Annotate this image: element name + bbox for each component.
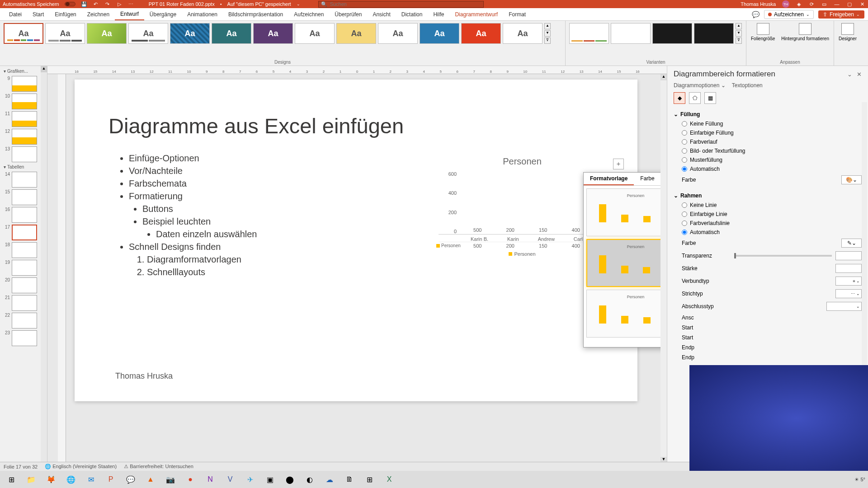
search-input[interactable] <box>330 1 481 7</box>
section-grafiken[interactable]: ▾Grafiken... <box>1 67 46 75</box>
tab-entwurf[interactable]: Entwurf <box>115 8 144 20</box>
embedded-chart[interactable]: Personen 600 400 200 0 500 200 150 400 K… <box>439 156 606 260</box>
tab-aufzeichnen[interactable]: Aufzeichnen <box>288 8 329 20</box>
theme-thumb[interactable]: Aa <box>45 23 85 44</box>
theme-thumb[interactable]: Aa <box>253 23 293 44</box>
border-color-picker[interactable]: ✎⌄ <box>841 239 862 248</box>
file-explorer-icon[interactable]: 📁 <box>23 472 40 487</box>
theme-thumb[interactable]: Aa <box>420 23 459 44</box>
theme-thumb[interactable]: Aa <box>378 23 418 44</box>
slide-thumb[interactable]: 20 <box>1 277 46 294</box>
theme-gallery[interactable]: Aa Aa Aa Aa Aa Aa Aa Aa Aa Aa Aa Aa Aa ▲… <box>0 21 565 46</box>
telegram-icon[interactable]: ✈ <box>241 472 259 487</box>
dash-combo[interactable]: ⋯ ⌄ <box>835 289 862 298</box>
slide-thumb[interactable]: 9 <box>1 75 46 93</box>
more-qat-icon[interactable]: ⋯ <box>128 1 134 7</box>
tab-dictation[interactable]: Dictation <box>396 8 428 20</box>
tab-animationen[interactable]: Animationen <box>182 8 223 20</box>
tab-start[interactable]: Start <box>27 8 49 20</box>
fill-picture-radio[interactable] <box>682 148 687 154</box>
slide-thumb[interactable]: 10 <box>1 93 46 110</box>
theme-thumb[interactable]: Aa <box>503 23 542 44</box>
gallery-down-icon[interactable]: ▼ <box>544 30 551 37</box>
slide-title[interactable]: Diagramme aus Excel einfügen <box>108 113 404 138</box>
record-button[interactable]: Aufzeichnen⌄ <box>764 10 814 19</box>
minimize-icon[interactable]: — <box>834 1 840 7</box>
tab-ansicht[interactable]: Ansicht <box>367 8 396 20</box>
theme-thumb[interactable]: Aa <box>461 23 501 44</box>
chart-style-option[interactable]: Personen <box>586 290 667 338</box>
slide-thumb[interactable]: 19 <box>1 259 46 277</box>
border-section-header[interactable]: ⌄Rahmen <box>674 191 862 201</box>
slide-thumb[interactable]: 15 <box>1 188 46 206</box>
theme-thumb[interactable]: Aa <box>87 23 127 44</box>
fill-line-tab-icon[interactable]: ◆ <box>674 92 685 104</box>
powerpoint-icon[interactable]: P <box>102 472 119 487</box>
close-icon[interactable]: ✕ <box>859 1 865 7</box>
sync-icon[interactable]: ⟳ <box>808 1 815 7</box>
size-tab-icon[interactable]: ▦ <box>704 92 716 104</box>
theme-thumb[interactable]: Aa <box>336 23 376 44</box>
popup-tab-style[interactable]: Formatvorlage <box>584 173 634 185</box>
cap-combo[interactable]: ⌄ <box>826 302 862 311</box>
ribbon-mode-icon[interactable]: ▭ <box>821 1 827 7</box>
slide-thumb[interactable]: 18 <box>1 241 46 259</box>
border-solid-radio[interactable] <box>682 211 687 217</box>
fill-none-radio[interactable] <box>682 121 687 127</box>
slide-page[interactable]: Diagramme aus Excel einfügen Einfüge-Opt… <box>75 80 637 401</box>
outlook-icon[interactable]: ✉ <box>82 472 99 487</box>
visio-icon[interactable]: V <box>222 472 239 487</box>
tab-einfuegen[interactable]: Einfügen <box>49 8 81 20</box>
undo-icon[interactable]: ↶ <box>93 1 99 7</box>
thumb-scrollbar[interactable]: ▲ ▼ <box>41 66 47 470</box>
tab-uebergaenge[interactable]: Übergänge <box>144 8 182 20</box>
variant-thumb[interactable] <box>569 23 609 44</box>
variant-thumb[interactable] <box>652 23 692 44</box>
search-box[interactable]: 🔍 <box>318 1 484 8</box>
border-gradient-radio[interactable] <box>682 221 687 226</box>
section-tabellen[interactable]: ▾Tabellen <box>1 163 46 171</box>
popup-tab-color[interactable]: Farbe <box>634 173 660 185</box>
maximize-icon[interactable]: ▢ <box>846 1 853 7</box>
app-icon[interactable]: ● <box>182 472 199 487</box>
slide-thumb[interactable]: 14 <box>1 171 46 188</box>
diagram-options-tab[interactable]: Diagrammoptionen ⌄ <box>674 82 726 89</box>
variant-down-icon[interactable]: ▼ <box>736 30 742 37</box>
app-icon[interactable]: ▣ <box>261 472 278 487</box>
chrome-icon[interactable]: 🌐 <box>62 472 80 487</box>
border-none-radio[interactable] <box>682 202 687 208</box>
excel-icon[interactable]: X <box>381 472 398 487</box>
pane-options-icon[interactable]: ⌄ <box>847 71 852 78</box>
diamond-icon[interactable]: ◈ <box>796 1 802 7</box>
theme-thumb[interactable]: Aa <box>170 23 210 44</box>
accessibility-label[interactable]: ⚠ Barrierefreiheit: Untersuchen <box>124 464 193 469</box>
variant-thumb[interactable] <box>694 23 734 44</box>
onenote-icon[interactable]: N <box>202 472 219 487</box>
slide-thumb[interactable]: 13 <box>1 145 46 163</box>
gallery-more-icon[interactable]: ⊽ <box>544 38 551 44</box>
variant-up-icon[interactable]: ▲ <box>736 23 742 29</box>
slide-thumb[interactable]: 17 <box>1 224 46 241</box>
save-icon[interactable]: 💾 <box>81 1 87 7</box>
firefox-icon[interactable]: 🦊 <box>42 472 60 487</box>
designer-button[interactable]: Designer <box>839 23 857 41</box>
slide-thumb[interactable]: 22 <box>1 312 46 329</box>
comments-icon[interactable]: 💬 <box>752 11 760 18</box>
app-icon[interactable]: ☁ <box>321 472 338 487</box>
start-button[interactable]: ⊞ <box>3 472 20 487</box>
chart-elements-button[interactable]: ＋ <box>613 159 624 169</box>
bg-format-button[interactable]: Hintergrund formatieren <box>781 23 829 41</box>
fill-gradient-radio[interactable] <box>682 139 687 145</box>
app-icon[interactable]: ⊞ <box>361 472 378 487</box>
transparency-slider[interactable] <box>734 255 832 257</box>
redo-icon[interactable]: ↷ <box>104 1 111 7</box>
transparency-spinbox[interactable] <box>835 251 862 260</box>
app-icon[interactable]: 🗎 <box>341 472 358 487</box>
app-icon[interactable]: 📷 <box>162 472 179 487</box>
scroll-up-icon[interactable]: ▲ <box>660 74 667 80</box>
pane-close-icon[interactable]: ✕ <box>857 71 862 78</box>
tab-zeichnen[interactable]: Zeichnen <box>82 8 115 20</box>
variant-gallery[interactable]: ▲ ▼ ⊽ <box>566 21 746 46</box>
slide-thumb[interactable]: 16 <box>1 206 46 224</box>
fill-pattern-radio[interactable] <box>682 157 687 163</box>
